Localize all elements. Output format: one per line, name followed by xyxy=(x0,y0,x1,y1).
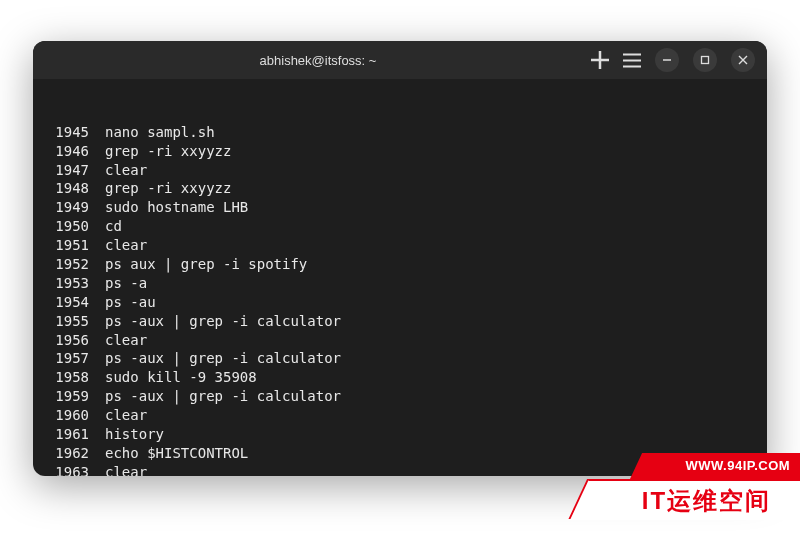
history-command: clear xyxy=(105,331,147,350)
history-command: clear xyxy=(105,463,147,476)
new-tab-button[interactable] xyxy=(591,51,609,69)
history-command: cd xyxy=(105,217,122,236)
history-number: 1962 xyxy=(47,444,105,463)
history-number: 1956 xyxy=(47,331,105,350)
watermark-url-badge: WWW.94IP.COM xyxy=(630,453,800,479)
history-number: 1959 xyxy=(47,387,105,406)
history-command: sudo kill -9 35908 xyxy=(105,368,257,387)
window-title: abhishek@itsfoss: ~ xyxy=(45,53,591,68)
history-number: 1950 xyxy=(47,217,105,236)
history-line: 1959ps -aux | grep -i calculator xyxy=(47,387,753,406)
history-line: 1953ps -a xyxy=(47,274,753,293)
history-line: 1958sudo kill -9 35908 xyxy=(47,368,753,387)
history-number: 1963 xyxy=(47,463,105,476)
watermark-brand-badge: IT运维空间 xyxy=(570,480,800,520)
history-number: 1958 xyxy=(47,368,105,387)
history-number: 1960 xyxy=(47,406,105,425)
close-button[interactable] xyxy=(731,48,755,72)
history-line: 1948grep -ri xxyyzz xyxy=(47,179,753,198)
history-number: 1947 xyxy=(47,161,105,180)
history-number: 1945 xyxy=(47,123,105,142)
history-number: 1954 xyxy=(47,293,105,312)
history-command: sudo hostname LHB xyxy=(105,198,248,217)
history-command: echo $HISTCONTROL xyxy=(105,444,248,463)
terminal-window: abhishek@itsfoss: ~ 1945nano sampl.sh194… xyxy=(33,41,767,476)
history-command: ps -aux | grep -i calculator xyxy=(105,349,341,368)
hamburger-menu-icon[interactable] xyxy=(623,51,641,69)
history-line: 1950cd xyxy=(47,217,753,236)
history-command: nano sampl.sh xyxy=(105,123,215,142)
history-number: 1948 xyxy=(47,179,105,198)
history-line: 1960clear xyxy=(47,406,753,425)
history-number: 1952 xyxy=(47,255,105,274)
history-line: 1951clear xyxy=(47,236,753,255)
history-command: ps -a xyxy=(105,274,147,293)
svg-rect-0 xyxy=(702,57,709,64)
history-line: 1952ps aux | grep -i spotify xyxy=(47,255,753,274)
history-number: 1955 xyxy=(47,312,105,331)
titlebar: abhishek@itsfoss: ~ xyxy=(33,41,767,79)
history-number: 1957 xyxy=(47,349,105,368)
watermark-url-text: WWW.94IP.COM xyxy=(637,453,800,473)
history-number: 1961 xyxy=(47,425,105,444)
history-command: history xyxy=(105,425,164,444)
history-line: 1949sudo hostname LHB xyxy=(47,198,753,217)
history-command: clear xyxy=(105,236,147,255)
history-command: clear xyxy=(105,406,147,425)
history-command: grep -ri xxyyzz xyxy=(105,179,231,198)
history-line: 1945nano sampl.sh xyxy=(47,123,753,142)
history-line: 1955ps -aux | grep -i calculator xyxy=(47,312,753,331)
terminal-body[interactable]: 1945nano sampl.sh1946grep -ri xxyyzz1947… xyxy=(33,79,767,476)
history-line: 1957ps -aux | grep -i calculator xyxy=(47,349,753,368)
history-line: 1956clear xyxy=(47,331,753,350)
minimize-button[interactable] xyxy=(655,48,679,72)
titlebar-actions xyxy=(591,48,755,72)
history-number: 1946 xyxy=(47,142,105,161)
history-number: 1953 xyxy=(47,274,105,293)
history-command: grep -ri xxyyzz xyxy=(105,142,231,161)
history-command: ps aux | grep -i spotify xyxy=(105,255,307,274)
history-number: 1949 xyxy=(47,198,105,217)
history-line: 1961history xyxy=(47,425,753,444)
history-command: ps -aux | grep -i calculator xyxy=(105,387,341,406)
history-number: 1951 xyxy=(47,236,105,255)
history-line: 1946grep -ri xxyyzz xyxy=(47,142,753,161)
history-line: 1947clear xyxy=(47,161,753,180)
history-line: 1954ps -au xyxy=(47,293,753,312)
maximize-button[interactable] xyxy=(693,48,717,72)
watermark-brand-text: IT运维空间 xyxy=(580,481,800,517)
history-command: ps -aux | grep -i calculator xyxy=(105,312,341,331)
history-command: clear xyxy=(105,161,147,180)
history-command: ps -au xyxy=(105,293,156,312)
